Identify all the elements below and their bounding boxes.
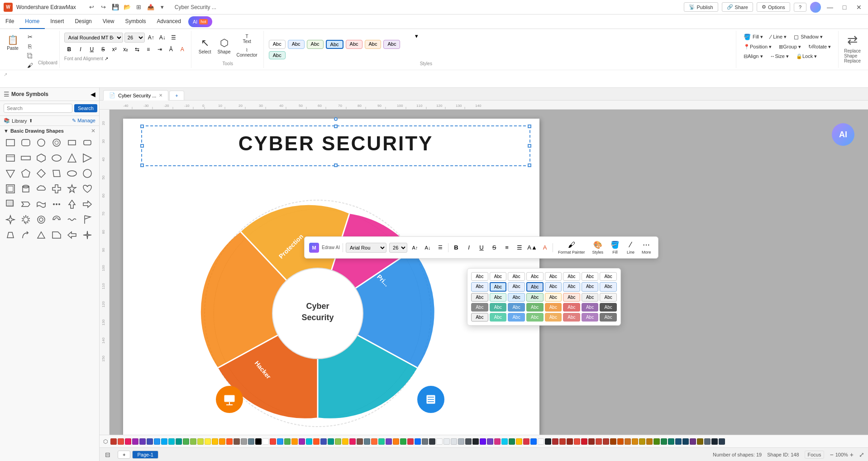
popup-swatch-r4-1[interactable]: Abc: [471, 303, 488, 312]
popup-swatch-r5-2[interactable]: Abc: [490, 313, 507, 322]
popup-swatch-r3-8[interactable]: Abc: [600, 293, 617, 302]
styles-expand-btn[interactable]: ▾: [415, 33, 418, 39]
shape-heart[interactable]: [81, 182, 94, 196]
popup-swatch-r4-2[interactable]: Abc: [490, 303, 507, 312]
underline-btn[interactable]: U: [87, 44, 97, 54]
group-btn[interactable]: ⊞Group ▾: [776, 43, 804, 51]
color-swatch-1[interactable]: [118, 438, 124, 445]
ai-btn[interactable]: AI hot: [188, 16, 212, 27]
color-swatch-20[interactable]: [255, 438, 262, 445]
sub-btn[interactable]: x₂: [121, 44, 131, 54]
popup-swatch-r2-8[interactable]: Abc: [600, 282, 617, 292]
color-swatch-38[interactable]: [386, 438, 392, 445]
popup-swatch-r2-1[interactable]: Abc: [471, 282, 488, 292]
shape-triangle[interactable]: [65, 151, 79, 165]
color-swatch-82[interactable]: [704, 438, 711, 445]
color-swatch-26[interactable]: [299, 438, 305, 445]
color-swatch-53[interactable]: [494, 438, 501, 445]
color-swatch-8[interactable]: [168, 438, 175, 445]
color-swatch-83[interactable]: [711, 438, 718, 445]
color-swatch-79[interactable]: [682, 438, 689, 445]
lock-btn[interactable]: 🔒Lock ▾: [793, 53, 820, 60]
color-swatch-72[interactable]: [632, 438, 638, 445]
text-tool-btn[interactable]: T Text: [234, 33, 260, 45]
shape-flag[interactable]: [81, 213, 94, 226]
color-swatch-4[interactable]: [139, 438, 146, 445]
shape-triangle3[interactable]: [4, 167, 17, 180]
float-bullets-btn[interactable]: ≡: [502, 243, 512, 253]
color-swatch-80[interactable]: [690, 438, 696, 445]
popup-swatch-r1-3[interactable]: Abc: [508, 272, 525, 281]
shape-arrow-up[interactable]: [65, 197, 79, 211]
connector-tool-btn[interactable]: ⌇ Connector: [234, 46, 260, 59]
more-titlebar-btn[interactable]: ▾: [157, 2, 167, 12]
color-swatch-63[interactable]: [567, 438, 573, 445]
font-expand-btn[interactable]: ↗: [105, 56, 108, 61]
popup-swatch-r2-7[interactable]: Abc: [582, 282, 599, 292]
shapes-section-close[interactable]: ✕: [91, 128, 95, 134]
popup-swatch-r4-8[interactable]: Abc: [600, 303, 617, 312]
style-swatch-3[interactable]: Abc: [307, 40, 324, 49]
popup-swatch-r4-4[interactable]: Abc: [526, 303, 544, 312]
shape-diamond[interactable]: [34, 167, 48, 180]
shape-tool-btn[interactable]: ⬡ Shape: [215, 35, 234, 56]
color-swatch-37[interactable]: [378, 438, 385, 445]
shape-arrow-right[interactable]: [81, 197, 94, 211]
color-swatch-45[interactable]: [436, 438, 443, 445]
color-swatch-13[interactable]: [205, 438, 211, 445]
popup-swatch-r1-5[interactable]: Abc: [545, 272, 562, 281]
list-btn[interactable]: ≡: [143, 44, 153, 54]
share-btn[interactable]: 🔗 Share: [722, 2, 753, 12]
float-hilight-btn[interactable]: A▲: [527, 243, 537, 253]
shape-rect[interactable]: [4, 136, 17, 149]
options-btn[interactable]: ⚙ Options: [757, 2, 790, 12]
paste-btn[interactable]: 📋 Paste: [4, 33, 22, 53]
indent-btn[interactable]: ⇥: [155, 44, 165, 54]
color-swatch-39[interactable]: [393, 438, 399, 445]
shape-wave[interactable]: [34, 197, 48, 211]
style-swatch-7[interactable]: Abc: [383, 40, 400, 49]
sidebar-menu-icon[interactable]: ☰: [4, 91, 10, 98]
style-swatch-8[interactable]: Abc: [269, 51, 286, 59]
shape-circle-ring[interactable]: [50, 136, 63, 149]
popup-swatch-r3-1[interactable]: Abc: [471, 293, 488, 302]
color-swatch-51[interactable]: [480, 438, 486, 445]
styles-btn[interactable]: 🎨 Styles: [590, 240, 606, 255]
hilight-btn[interactable]: Ā: [166, 44, 176, 54]
color-swatch-9[interactable]: [176, 438, 182, 445]
popup-swatch-r1-8[interactable]: Abc: [600, 272, 617, 281]
search-input[interactable]: [4, 104, 72, 113]
color-swatch-14[interactable]: [212, 438, 218, 445]
color-swatch-65[interactable]: [581, 438, 587, 445]
popup-swatch-r3-4[interactable]: Abc: [526, 293, 544, 302]
strike-btn[interactable]: S: [98, 44, 108, 54]
color-swatch-21[interactable]: [262, 438, 269, 445]
color-swatch-36[interactable]: [371, 438, 377, 445]
handle-tl[interactable]: [140, 125, 144, 128]
menu-view[interactable]: View: [97, 14, 120, 29]
shadow-btn[interactable]: ◻Shadow ▾: [791, 33, 825, 41]
color-swatch-25[interactable]: [291, 438, 298, 445]
shape-trapezoid[interactable]: [4, 228, 17, 242]
format-painter-btn[interactable]: 🖌 Format Painter: [556, 240, 587, 255]
popup-swatch-r2-4[interactable]: Abc: [526, 282, 544, 292]
color-swatch-77[interactable]: [668, 438, 674, 445]
canvas-tab-add[interactable]: +: [169, 91, 184, 100]
popup-swatch-r2-2[interactable]: Abc: [490, 282, 507, 292]
handle-tc[interactable]: [334, 125, 338, 128]
search-btn[interactable]: Search: [74, 104, 97, 112]
popup-swatch-r5-4[interactable]: Abc: [526, 313, 544, 322]
color-swatch-64[interactable]: [574, 438, 580, 445]
color-swatch-3[interactable]: [132, 438, 138, 445]
menu-design[interactable]: Design: [69, 14, 97, 29]
popup-swatch-r5-1[interactable]: Abc: [471, 313, 488, 322]
shape-half-ring[interactable]: [50, 213, 63, 226]
shape-ellipse-small[interactable]: [65, 167, 79, 180]
textdir-btn[interactable]: ⇆: [132, 44, 142, 54]
shape-rect-sm-rounded[interactable]: [81, 136, 94, 149]
popup-swatch-r3-3[interactable]: Abc: [508, 293, 525, 302]
shape-cloud[interactable]: [34, 182, 48, 196]
color-btn[interactable]: A: [177, 44, 187, 54]
help-btn[interactable]: ?: [794, 3, 806, 12]
color-swatch-34[interactable]: [357, 438, 363, 445]
